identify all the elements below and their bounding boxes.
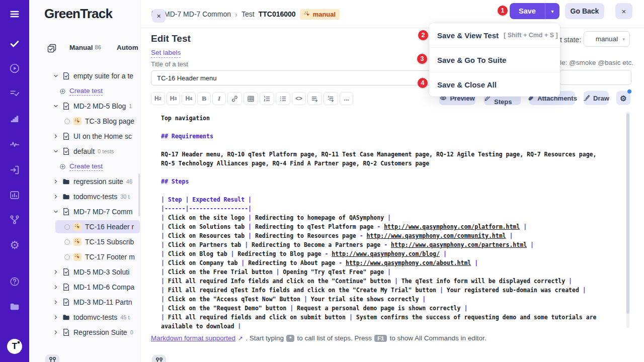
tree-suite-empty-suite-for-a-te[interactable]: empty suite for a te — [29, 68, 141, 83]
create-test-link[interactable]: Create test — [29, 159, 141, 174]
chevron-right-icon[interactable] — [53, 269, 59, 275]
steps-icon[interactable] — [9, 114, 20, 125]
tab-automated[interactable]: Autom — [117, 44, 138, 51]
gear-icon[interactable]: ⚙ — [9, 240, 20, 251]
editor-line: |------|-----------------| — [161, 204, 604, 213]
suite-label: MD-7 MD-7 Comm — [73, 208, 132, 216]
menu-item-save-go-to-suite[interactable]: Save & Go To Suite — [429, 48, 560, 72]
heading-2-button[interactable]: H2 — [151, 92, 165, 105]
tree-suite-todomvc-tests[interactable]: todomvc-tests30 t — [29, 189, 141, 204]
markdown-editor[interactable]: Top navigation ## Requirements RQ-17 Hea… — [151, 110, 626, 329]
chevron-right-icon[interactable] — [53, 178, 59, 185]
table-button[interactable] — [244, 92, 258, 105]
tree-suite-regression-suite[interactable]: Regression Suite0 — [29, 325, 141, 340]
close-editor-button[interactable]: × — [615, 3, 632, 19]
test-state-select[interactable]: manual ▾ — [584, 31, 630, 47]
notification-dot — [627, 89, 631, 94]
suite-count: 0 tests — [98, 148, 114, 154]
menu-item-save-view-test[interactable]: Save & View Test [ Shift + Cmd + S ] — [429, 23, 560, 47]
heading-4-button[interactable]: H4 — [182, 92, 196, 105]
bullet-list-add-button[interactable] — [307, 92, 322, 105]
test-label: TC-15 Subscrib — [85, 238, 134, 246]
branch-icon[interactable] — [9, 214, 20, 225]
create-test-link[interactable]: Create test — [29, 83, 141, 99]
activity-icon[interactable] — [9, 139, 20, 150]
tree-suite-md-2-md-5-blog[interactable]: MD-2 MD-5 Blog1 — [29, 99, 141, 114]
go-back-button[interactable]: Go Back — [565, 3, 604, 19]
collapse-sidebar-button[interactable]: × — [152, 9, 166, 23]
select-caret-icon: ▾ — [622, 37, 625, 42]
manual-test-icon — [73, 238, 82, 246]
suite-doc-icon — [62, 147, 70, 155]
tab-manual[interactable]: Manual86 — [69, 44, 101, 51]
sidebar: GreenTrack Manual86 Autom empty suite fo… — [29, 0, 141, 362]
chevron-right-icon[interactable] — [53, 314, 59, 320]
chevron-right-icon[interactable] — [53, 284, 59, 290]
list-check-icon[interactable] — [9, 88, 20, 99]
test-suite-tree: empty suite for a teCreate testMD-2 MD-5… — [29, 68, 141, 340]
tree-suite-default[interactable]: default0 tests — [29, 144, 141, 159]
save-button[interactable]: Save ▾ — [510, 3, 559, 19]
markdown-help-link[interactable]: Markdown format supported — [151, 334, 235, 342]
user-avatar[interactable]: T — [7, 339, 22, 354]
tree-test-tc-3-blog-page[interactable]: TC-3 Blog page — [29, 114, 141, 129]
bold-button[interactable]: B — [197, 92, 211, 105]
chevron-down-icon[interactable] — [53, 73, 59, 79]
draw-button[interactable]: Draw — [584, 91, 609, 105]
bullet-list-button[interactable] — [276, 92, 290, 105]
heading-3-button[interactable]: H3 — [167, 92, 181, 105]
bar-chart-icon[interactable] — [9, 190, 20, 201]
code-button[interactable]: <> — [292, 92, 306, 105]
chevron-right-icon[interactable] — [53, 299, 59, 305]
tree-suite-md-3-md-11-partn[interactable]: MD-3 MD-11 Partn — [29, 295, 141, 310]
editor-line: | Fill all required qTest Info fields an… — [161, 286, 604, 295]
more-button[interactable]: ... — [340, 92, 353, 105]
suite-label: empty suite for a te — [73, 72, 133, 80]
status-ring-icon — [64, 254, 70, 260]
suite-count: 30 t — [120, 194, 129, 200]
chevron-down-icon[interactable] — [53, 148, 59, 154]
manual-test-icon — [73, 253, 82, 261]
ordered-list-button[interactable] — [260, 92, 274, 105]
tree-test-tc-15-subscrib[interactable]: TC-15 Subscrib — [29, 234, 141, 249]
ordered-list-add-button[interactable] — [324, 92, 338, 105]
tree-suite-ui-on-the-home-sc[interactable]: UI on the Home sc — [29, 129, 141, 144]
set-labels-link[interactable]: Set labels — [151, 49, 181, 58]
save-dropdown-caret[interactable]: ▾ — [545, 3, 559, 19]
menu-icon[interactable] — [9, 9, 20, 20]
save-dropdown-menu: Save & View Test [ Shift + Cmd + S ] Sav… — [429, 23, 560, 97]
editor-line — [161, 168, 604, 177]
tree-suite-regression-suite[interactable]: regression suite46 — [29, 174, 141, 189]
suite-doc-icon — [62, 102, 70, 110]
draw-icon — [583, 95, 590, 102]
tree-test-tc-17-footer-m[interactable]: TC-17 Footer m — [29, 249, 141, 264]
italic-button[interactable]: I — [212, 92, 226, 105]
menu-item-save-close-all[interactable]: Save & Close All — [429, 72, 560, 97]
check-icon[interactable] — [9, 38, 20, 49]
play-circle-icon[interactable] — [9, 63, 20, 74]
settings-button[interactable]: ⚙ — [616, 91, 630, 105]
link-button[interactable] — [227, 92, 242, 105]
chevron-down-icon[interactable] — [53, 103, 59, 109]
chevron-right-icon[interactable] — [53, 133, 59, 139]
tree-suite-md-1-md-6-compa[interactable]: MD-1 MD-6 Compa — [29, 280, 141, 295]
tree-suite-md-7-md-7-comm[interactable]: MD-7 MD-7 Comm — [29, 204, 141, 219]
labels-input[interactable] — [559, 70, 631, 85]
tree-suite-md-5-md-3-soluti[interactable]: MD-5 MD-3 Soluti — [29, 264, 141, 280]
chevron-right-icon[interactable] — [53, 194, 59, 200]
tab-manual-count: 86 — [95, 44, 101, 50]
breadcrumb-suite[interactable]: MD-7 MD-7 Common — [164, 10, 231, 18]
tree-test-tc-16-header-r[interactable]: TC-16 Header r — [29, 219, 141, 234]
folder-icon[interactable] — [9, 301, 20, 312]
sign-in-icon[interactable] — [9, 164, 20, 175]
help-icon[interactable] — [9, 276, 20, 287]
folder-icon — [62, 178, 70, 185]
breadcrumb-separator: › — [235, 10, 237, 19]
chevron-right-icon[interactable] — [53, 329, 59, 335]
tree-suite-todomvc-tests[interactable]: todomvc-tests45 t — [29, 310, 141, 325]
sidebar-scrollbar[interactable] — [138, 173, 140, 216]
editor-scrollbar-thumb[interactable] — [626, 114, 629, 314]
title-field-label: Title of a test — [151, 60, 188, 68]
chevron-down-icon[interactable] — [53, 209, 59, 215]
editor-line: | Click on the site logo | Redirecting t… — [161, 213, 604, 222]
